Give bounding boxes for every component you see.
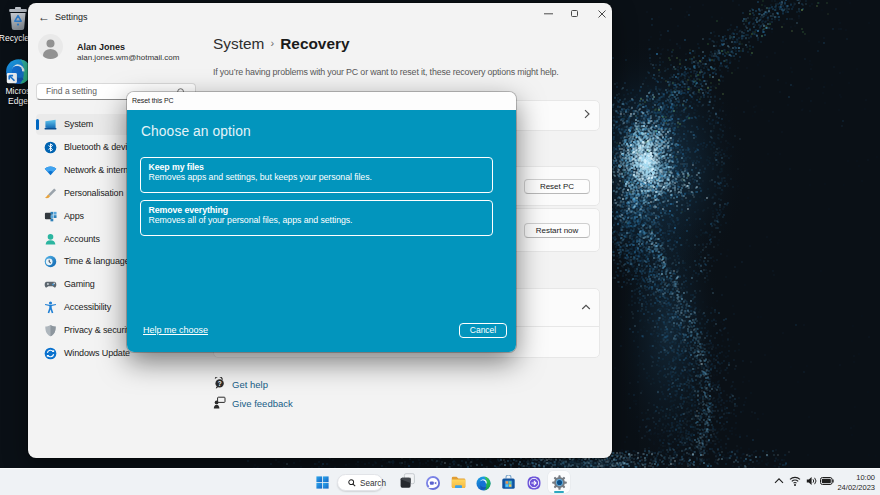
svg-text:?: ? bbox=[218, 380, 222, 387]
